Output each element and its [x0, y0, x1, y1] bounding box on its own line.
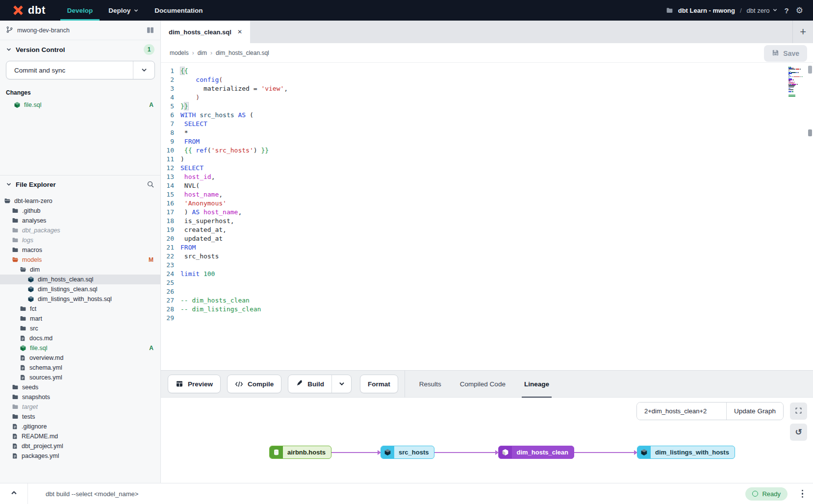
command-input[interactable]: dbt build --select <model_name>	[46, 490, 138, 498]
tree-item-seeds[interactable]: seeds	[0, 382, 160, 392]
new-tab-button[interactable]: +	[800, 26, 806, 37]
nav-item-deploy[interactable]: Deploy	[101, 0, 147, 21]
code-line[interactable]: 6WITH src_hosts AS (	[161, 111, 813, 120]
code-line[interactable]: 2 config(	[161, 76, 813, 84]
status-badge[interactable]: Ready	[745, 487, 788, 501]
code-line[interactable]: 15 host_name,	[161, 190, 813, 199]
lineage-node-src_hosts[interactable]: src_hosts	[381, 446, 434, 459]
kebab-menu-icon[interactable]	[800, 488, 806, 500]
code-line[interactable]: 9 FROM	[161, 137, 813, 146]
commit-and-sync-button[interactable]: Commit and sync	[6, 61, 155, 79]
tree-item-tests[interactable]: tests	[0, 412, 160, 422]
nav-item-documentation[interactable]: Documentation	[147, 0, 210, 21]
tree-item-src[interactable]: src	[0, 324, 160, 333]
gear-icon[interactable]: ⚙	[796, 5, 803, 16]
breadcrumb-file[interactable]: dim_hosts_clean.sql	[216, 50, 269, 56]
code-line[interactable]: 26	[161, 287, 813, 296]
code-line[interactable]: 5}}	[161, 102, 813, 111]
tree-item-dim[interactable]: dim	[0, 265, 160, 275]
expand-command-bar-button[interactable]	[0, 483, 27, 504]
tree-item-.gitignore[interactable]: .gitignore	[0, 422, 160, 431]
minimap[interactable]	[788, 67, 804, 98]
lineage-canvas[interactable]: Update Graph ↺ airbnb.hostssrc_hostsdim_…	[161, 398, 813, 483]
project-name[interactable]: dbt Learn - mwong	[678, 7, 735, 14]
format-button[interactable]: Format	[360, 375, 398, 393]
code-line[interactable]: 27-- dim_hosts_clean	[161, 296, 813, 305]
code-line[interactable]: 1{{	[161, 67, 813, 76]
columns-icon[interactable]	[146, 26, 154, 34]
code-line[interactable]: 25	[161, 278, 813, 287]
code-line[interactable]: 16 'Anonymous'	[161, 199, 813, 208]
lineage-node-dim_listings_with_hosts[interactable]: dim_listings_with_hosts	[637, 446, 735, 459]
code-line[interactable]: 19 created_at,	[161, 226, 813, 234]
code-line[interactable]: 21FROM	[161, 243, 813, 252]
code-line[interactable]: 22 src_hosts	[161, 252, 813, 261]
editor-tab-dim-hosts-clean[interactable]: dim_hosts_clean.sql ✕	[161, 21, 250, 43]
code-line[interactable]: 24limit 100	[161, 270, 813, 278]
build-button[interactable]: Build	[288, 375, 331, 393]
tree-item-sources.yml[interactable]: sources.yml	[0, 373, 160, 382]
code-line[interactable]: 7 SELECT	[161, 120, 813, 128]
tab-lineage[interactable]: Lineage	[515, 370, 559, 398]
code-line[interactable]: 14 NVL(	[161, 181, 813, 190]
code-line[interactable]: 8 *	[161, 128, 813, 137]
code-line[interactable]: 13 host_id,	[161, 173, 813, 181]
fullscreen-button[interactable]	[790, 403, 807, 420]
scrollbar-handle[interactable]	[808, 129, 812, 136]
compile-button[interactable]: Compile	[227, 375, 281, 393]
tree-item-models[interactable]: modelsM	[0, 255, 160, 265]
build-options-caret[interactable]	[331, 375, 351, 393]
search-icon[interactable]	[147, 180, 154, 188]
lineage-node-airbnb.hosts[interactable]: airbnb.hosts	[269, 446, 331, 459]
preview-button[interactable]: Preview	[168, 375, 221, 393]
lineage-selector-input[interactable]	[637, 403, 726, 420]
code-line[interactable]: 28-- dim_listings_clean	[161, 305, 813, 314]
tree-item-dim_hosts_clean.sql[interactable]: dim_hosts_clean.sql	[0, 275, 160, 284]
tree-item-docs.md[interactable]: docs.md	[0, 333, 160, 343]
tab-compiled-code[interactable]: Compiled Code	[451, 370, 515, 398]
code-line[interactable]: 3 materialized = 'view',	[161, 84, 813, 93]
code-line[interactable]: 29	[161, 314, 813, 323]
breadcrumb-models[interactable]: models	[170, 50, 189, 56]
tree-item-README.md[interactable]: README.md	[0, 431, 160, 441]
code-line[interactable]: 11)	[161, 155, 813, 164]
code-line[interactable]: 23	[161, 261, 813, 270]
tree-item-fct[interactable]: fct	[0, 304, 160, 314]
code-editor[interactable]: 1{{2 config(3 materialized = 'view',4 )5…	[161, 63, 813, 370]
tree-item-dim_listings_clean.sql[interactable]: dim_listings_clean.sql	[0, 284, 160, 294]
code-line[interactable]: 17 ) AS host_name,	[161, 208, 813, 217]
tree-item-dbt_project.yml[interactable]: dbt_project.yml	[0, 441, 160, 451]
reset-view-button[interactable]: ↺	[790, 424, 807, 441]
code-line[interactable]: 12SELECT	[161, 164, 813, 173]
changed-file-row[interactable]: file.sql A	[0, 99, 160, 111]
tree-item-packages.yml[interactable]: packages.yml	[0, 451, 160, 461]
close-icon[interactable]: ✕	[237, 28, 242, 35]
save-button[interactable]: Save	[764, 45, 807, 62]
tree-item-file.sql[interactable]: file.sqlA	[0, 343, 160, 353]
tree-item-dbt-learn-zero[interactable]: dbt-learn-zero	[0, 196, 160, 206]
tree-item-target[interactable]: target	[0, 402, 160, 412]
lineage-node-dim_hosts_clean[interactable]: dim_hosts_clean	[498, 446, 574, 459]
code-line[interactable]: 10 {{ ref('src_hosts') }}	[161, 146, 813, 155]
tree-item-schema.yml[interactable]: schema.yml	[0, 363, 160, 373]
commit-options-caret[interactable]	[133, 61, 154, 79]
code-line[interactable]: 18 is_superhost,	[161, 217, 813, 226]
tree-item-dim_listings_with_hosts.sql[interactable]: dim_listings_with_hosts.sql	[0, 294, 160, 304]
tree-item-logs[interactable]: logs	[0, 235, 160, 245]
help-icon[interactable]: ?	[783, 6, 791, 15]
scrollbar-handle[interactable]	[808, 66, 812, 74]
tree-item-macros[interactable]: macros	[0, 245, 160, 255]
environment-selector[interactable]: dbt zero	[747, 7, 778, 14]
version-control-header[interactable]: Version Control 1	[0, 40, 160, 59]
nav-item-develop[interactable]: Develop	[59, 0, 101, 21]
file-explorer-header[interactable]: File Explorer	[0, 176, 160, 193]
tree-item-mart[interactable]: mart	[0, 314, 160, 324]
tree-item-analyses[interactable]: analyses	[0, 216, 160, 226]
tree-item-overview.md[interactable]: overview.md	[0, 353, 160, 363]
update-graph-button[interactable]: Update Graph	[726, 403, 783, 420]
tab-results[interactable]: Results	[410, 370, 451, 398]
tree-item-.github[interactable]: .github	[0, 206, 160, 216]
code-line[interactable]: 20 updated_at	[161, 234, 813, 243]
breadcrumb-dim[interactable]: dim	[198, 50, 207, 56]
tree-item-snapshots[interactable]: snapshots	[0, 392, 160, 402]
